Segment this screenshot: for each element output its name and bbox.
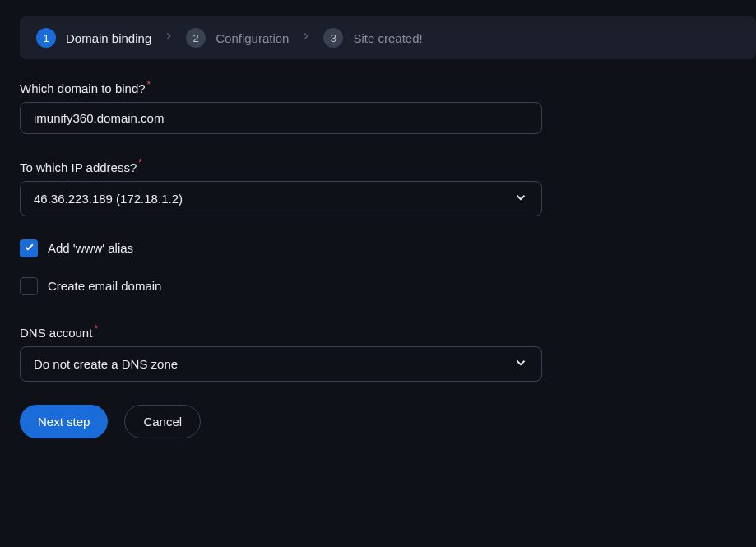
email-domain-checkbox[interactable] <box>20 277 38 295</box>
chevron-down-icon <box>513 355 528 373</box>
ip-select-value: 46.36.223.189 (172.18.1.2) <box>34 192 183 206</box>
check-icon <box>24 242 35 255</box>
ip-select[interactable]: 46.36.223.189 (172.18.1.2) <box>20 181 542 216</box>
step-1-number: 1 <box>36 28 56 48</box>
ip-label: To which IP address? <box>20 160 137 174</box>
step-2-label: Configuration <box>216 31 289 45</box>
step-1[interactable]: 1 Domain binding <box>36 28 151 48</box>
required-indicator: * <box>147 79 151 90</box>
domain-label: Which domain to bind? <box>20 81 146 95</box>
stepper: 1 Domain binding 2 Configuration 3 Site … <box>20 16 756 59</box>
dns-select-value: Do not create a DNS zone <box>34 357 178 371</box>
dns-label: DNS account <box>20 326 92 340</box>
step-3[interactable]: 3 Site created! <box>323 28 422 48</box>
www-alias-row: Add 'www' alias <box>20 239 736 257</box>
button-row: Next step Cancel <box>20 405 736 438</box>
cancel-button[interactable]: Cancel <box>124 405 201 438</box>
dns-select[interactable]: Do not create a DNS zone <box>20 346 542 382</box>
step-3-label: Site created! <box>353 31 422 45</box>
ip-group: To which IP address?* 46.36.223.189 (172… <box>20 157 736 216</box>
step-1-label: Domain binding <box>66 31 151 45</box>
required-indicator: * <box>138 157 142 169</box>
next-step-button[interactable]: Next step <box>20 405 108 438</box>
step-2[interactable]: 2 Configuration <box>186 28 289 48</box>
www-alias-checkbox[interactable] <box>20 239 38 257</box>
email-domain-row: Create email domain <box>20 277 736 295</box>
chevron-right-icon <box>163 30 174 45</box>
required-indicator: * <box>94 323 98 335</box>
email-domain-label: Create email domain <box>48 279 161 293</box>
domain-group: Which domain to bind?* <box>20 79 736 134</box>
www-alias-label: Add 'www' alias <box>48 241 133 255</box>
domain-input[interactable] <box>20 102 542 134</box>
chevron-down-icon <box>513 190 528 207</box>
step-2-number: 2 <box>186 28 206 48</box>
dns-group: DNS account* Do not create a DNS zone <box>20 323 736 382</box>
step-3-number: 3 <box>323 28 343 48</box>
chevron-right-icon <box>300 30 312 45</box>
form-section: Which domain to bind?* To which IP addre… <box>0 59 756 458</box>
